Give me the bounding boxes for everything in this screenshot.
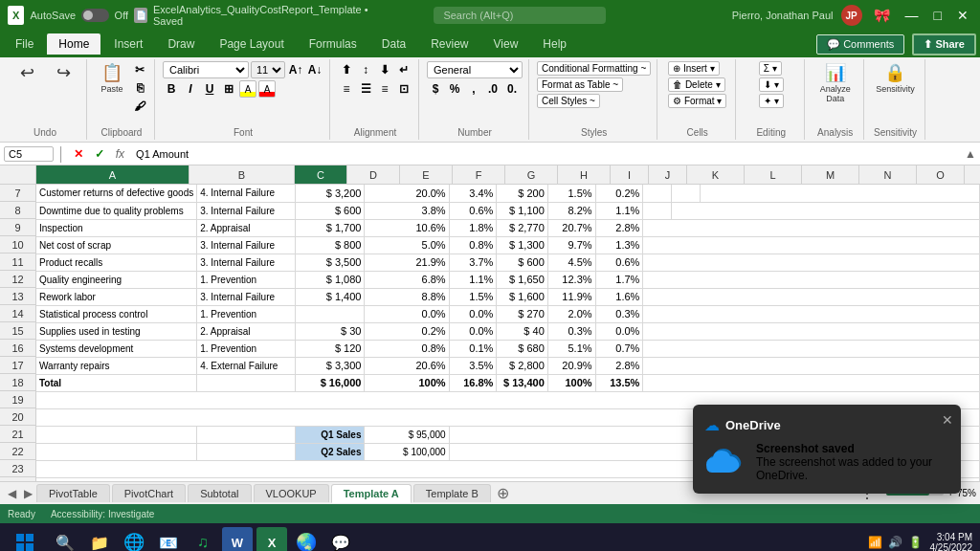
cell-d7[interactable]: 20.0% [365,185,449,202]
taskbar-mail[interactable]: 📧 [153,527,184,551]
row-header-12[interactable]: 12 [0,271,35,288]
cell-rest9[interactable] [643,219,980,236]
cell-rest14[interactable] [643,305,980,322]
number-format-select[interactable]: General [427,61,523,78]
minimize-btn[interactable]: — [902,8,923,23]
row-header-17[interactable]: 17 [0,357,35,374]
tab-help[interactable]: Help [531,33,578,55]
font-shrink-btn[interactable]: A↓ [306,61,323,78]
col-header-b[interactable]: B [189,165,295,184]
cell-f11[interactable]: $ 600 [497,253,547,271]
taskbar-browser[interactable]: 🌐 [119,527,149,551]
tab-pivottable[interactable]: PivotTable [36,484,110,502]
cell-h10[interactable]: 1.3% [595,236,643,253]
cell-e15[interactable]: 0.0% [449,322,497,340]
row-header-8[interactable]: 8 [0,202,35,219]
cell-b12[interactable]: 1. Prevention [197,271,296,288]
cell-h9[interactable]: 2.8% [595,219,643,236]
cell-b22[interactable] [197,443,296,460]
cell-d17[interactable]: 20.6% [365,357,449,374]
tab-pagelayout[interactable]: Page Layout [208,33,295,55]
col-header-f[interactable]: F [453,165,505,184]
cell-f8[interactable]: $ 1,100 [497,202,547,219]
cell-a21[interactable] [36,426,197,443]
row-header-16[interactable]: 16 [0,340,35,357]
cell-d18[interactable]: 100% [365,374,449,391]
cell-f10[interactable]: $ 1,300 [497,236,547,253]
cell-d10[interactable]: 5.0% [365,236,449,253]
cell-d15[interactable]: 0.2% [365,322,449,340]
row-header-15[interactable]: 15 [0,322,35,340]
tab-template-a[interactable]: Template A [331,484,412,503]
cell-d16[interactable]: 0.8% [365,340,449,357]
cell-rest7[interactable] [700,185,979,202]
cell-g9[interactable]: 20.7% [547,219,595,236]
cell-f14[interactable]: $ 270 [497,305,547,322]
cell-a14[interactable]: Statistical process control [36,305,197,322]
cell-d11[interactable]: 21.9% [365,253,449,271]
cell-a16[interactable]: Systems development [36,340,197,357]
analyze-data-btn[interactable]: 📊AnalyzeData [816,61,855,105]
cell-rest12[interactable] [643,271,980,288]
col-header-h[interactable]: H [558,165,611,184]
cell-a22[interactable] [36,443,197,460]
cell-rest17[interactable] [643,357,980,374]
format-painter-btn[interactable]: 🖌 [131,98,148,115]
row-header-23[interactable]: 23 [0,460,35,477]
cell-b13[interactable]: 3. Internal Failure [197,288,296,305]
cell-rest8[interactable] [672,202,980,219]
cell-f17[interactable]: $ 2,800 [497,357,547,374]
confirm-formula-btn[interactable]: ✓ [91,145,108,163]
cell-b15[interactable]: 2. Appraisal [197,322,296,340]
cell-c12[interactable]: $ 1,080 [296,271,365,288]
taskbar-word[interactable]: W [222,527,253,551]
cell-e13[interactable]: 1.5% [449,288,497,305]
tab-data[interactable]: Data [370,33,417,55]
cell-rest16[interactable] [643,340,980,357]
cell-g7[interactable]: 1.5% [547,185,595,202]
sum-btn[interactable]: Σ ▾ [759,61,782,76]
cell-i8[interactable] [643,202,672,219]
share-btn[interactable]: ⬆ Share [912,33,976,55]
merge-btn[interactable]: ⊡ [395,80,412,98]
cell-rest13[interactable] [643,288,980,305]
cell-g17[interactable]: 20.9% [547,357,595,374]
maximize-btn[interactable]: □ [930,8,946,23]
cell-d9[interactable]: 10.6% [365,219,449,236]
tab-formulas[interactable]: Formulas [298,33,368,55]
cell-a12[interactable]: Quality engineering [36,271,197,288]
cell-h11[interactable]: 0.6% [595,253,643,271]
cell-rest18[interactable] [643,374,980,391]
col-header-c[interactable]: C [295,165,347,184]
undo-btn[interactable]: ↩ [10,61,44,86]
cell-j7[interactable] [672,185,701,202]
font-grow-btn[interactable]: A↑ [287,61,304,78]
cell-f15[interactable]: $ 40 [497,322,547,340]
col-header-j[interactable]: J [649,165,687,184]
cancel-formula-btn[interactable]: ✕ [70,145,87,163]
start-btn[interactable] [8,525,42,551]
cell-rest10[interactable] [643,236,980,253]
cell-e7[interactable]: 3.4% [449,185,497,202]
cell-h7[interactable]: 0.2% [595,185,643,202]
taskbar-search[interactable]: 🔍 [50,527,80,551]
tab-draw[interactable]: Draw [156,33,206,55]
cell-c7[interactable]: $ 3,200 [296,185,365,202]
cell-a10[interactable]: Net cost of scrap [36,236,197,253]
cell-a11[interactable]: Product recalls [36,253,197,271]
fill-color-btn[interactable]: A [239,80,256,98]
cell-i7[interactable] [643,185,672,202]
cell-h18[interactable]: 13.5% [595,374,643,391]
cell-d22[interactable]: $ 100,000 [365,443,449,460]
cell-g12[interactable]: 12.3% [547,271,595,288]
italic-btn[interactable]: I [182,80,199,98]
cell-b9[interactable]: 2. Appraisal [197,219,296,236]
row-header-18[interactable]: 18 [0,374,35,391]
col-header-g[interactable]: G [505,165,558,184]
row-header-11[interactable]: 11 [0,253,35,271]
cell-c16[interactable]: $ 120 [296,340,365,357]
cell-e10[interactable]: 0.8% [449,236,497,253]
decimal-inc-btn[interactable]: .0 [484,80,501,98]
cell-e11[interactable]: 3.7% [449,253,497,271]
row-header-21[interactable]: 21 [0,426,35,443]
